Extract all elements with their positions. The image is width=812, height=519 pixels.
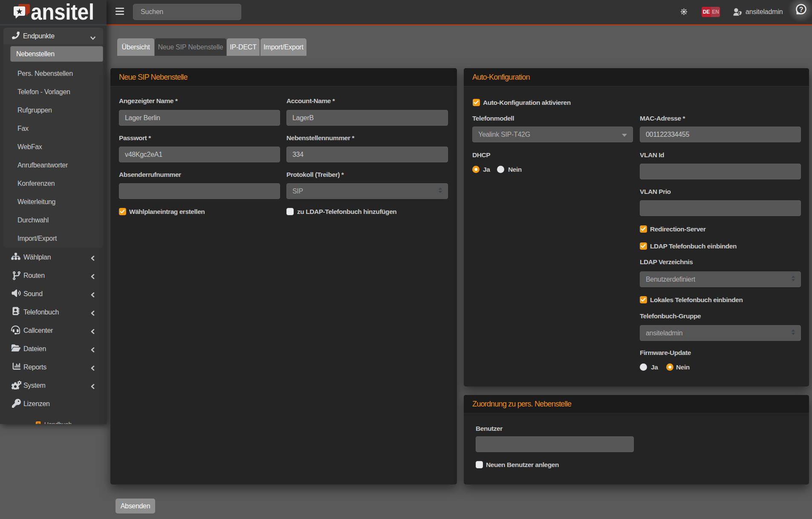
- svg-text:?: ?: [799, 6, 803, 13]
